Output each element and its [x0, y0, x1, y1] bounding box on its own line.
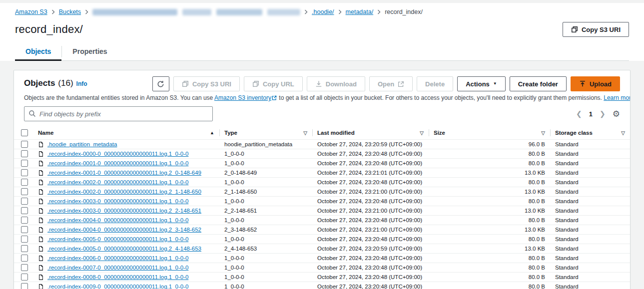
row-checkbox[interactable] — [21, 141, 28, 148]
file-icon — [38, 246, 44, 252]
table-row: .record-index-0004-0_00000000000000011.l… — [14, 216, 630, 225]
object-size: 13.0 KB — [429, 168, 550, 178]
row-checkbox[interactable] — [21, 217, 28, 224]
object-size: 80.0 B — [429, 149, 550, 159]
search-icon — [28, 110, 36, 117]
object-name-link[interactable]: .record-index-0000-0_00000000000000011.l… — [47, 151, 188, 157]
objects-description: Objects are the fundamental entities sto… — [14, 91, 630, 101]
object-name-link[interactable]: .record-index-0002-0_00000000000000011.l… — [47, 189, 201, 195]
object-name-link[interactable]: .hoodie_partition_metadata — [47, 141, 117, 147]
copy-s3-uri-button[interactable]: Copy S3 URI — [173, 76, 240, 91]
object-name-link[interactable]: .record-index-0004-0_00000000000000011.l… — [47, 227, 201, 233]
page-header: Amazon S3 Buckets .hoodie/ metadata/ rec… — [0, 3, 644, 61]
open-button[interactable]: Open — [369, 76, 413, 91]
object-name-link[interactable]: .record-index-0003-0_00000000000000011.l… — [47, 198, 188, 204]
breadcrumb-hoodie[interactable]: .hoodie/ — [312, 8, 334, 15]
object-type: 1_0-0-0 — [219, 178, 312, 187]
row-checkbox[interactable] — [21, 236, 28, 243]
row-checkbox[interactable] — [21, 283, 28, 289]
object-size: 80.0 B — [429, 216, 550, 225]
row-checkbox[interactable] — [21, 264, 28, 271]
column-header-size[interactable]: Size ▽ — [434, 130, 545, 136]
breadcrumb-buckets[interactable]: Buckets — [59, 8, 81, 15]
row-checkbox[interactable] — [21, 274, 28, 281]
object-name-link[interactable]: .record-index-0005-0_00000000000000011.l… — [47, 236, 188, 242]
object-name-link[interactable]: .record-index-0001-0_00000000000000011.l… — [47, 160, 188, 166]
object-name-link[interactable]: .record-index-0001-0_00000000000000011.l… — [47, 170, 201, 176]
row-checkbox[interactable] — [21, 160, 28, 167]
select-all-checkbox[interactable] — [21, 129, 28, 136]
column-header-storage-class[interactable]: Storage class ▽ — [555, 130, 625, 136]
inventory-link[interactable]: Amazon S3 inventory — [214, 94, 271, 101]
copy-icon — [571, 26, 578, 33]
row-checkbox[interactable] — [21, 245, 28, 252]
object-last-modified: October 27, 2024, 23:20:48 (UTC+09:00) — [312, 197, 429, 206]
file-icon — [38, 141, 44, 148]
filter-icon[interactable]: ▽ — [541, 130, 545, 136]
file-icon — [38, 170, 44, 176]
object-name-link[interactable]: .record-index-0003-0_00000000000000011.l… — [47, 208, 201, 214]
row-checkbox[interactable] — [21, 226, 28, 233]
learn-more-link[interactable]: Learn more — [604, 94, 630, 101]
object-name-link[interactable]: .record-index-0004-0_00000000000000011.l… — [47, 217, 188, 223]
column-header-last-modified[interactable]: Last modified ▽ — [317, 130, 424, 136]
filter-icon[interactable]: ▽ — [420, 130, 424, 136]
objects-panel-title: Objects (16) Info — [24, 76, 87, 88]
object-name-link[interactable]: .record-index-0006-0_00000000000000011.l… — [47, 255, 188, 261]
file-icon — [38, 255, 44, 262]
row-checkbox[interactable] — [21, 198, 28, 205]
filter-icon[interactable]: ▽ — [621, 130, 625, 136]
tab-properties[interactable]: Properties — [62, 43, 117, 60]
copy-url-button[interactable]: Copy URL — [244, 76, 303, 91]
upload-button[interactable]: Upload — [571, 76, 620, 91]
actions-menu-button[interactable]: Actions ▼ — [457, 76, 506, 91]
breadcrumb-metadata[interactable]: metadata/ — [346, 8, 374, 15]
object-last-modified: October 27, 2024, 23:20:48 (UTC+09:00) — [312, 273, 429, 282]
row-checkbox[interactable] — [21, 179, 28, 186]
file-icon — [38, 198, 44, 205]
file-icon — [38, 179, 44, 186]
file-icon — [38, 227, 44, 233]
row-checkbox[interactable] — [21, 207, 28, 214]
column-header-name[interactable]: Name ▲ — [38, 130, 214, 136]
next-page-button[interactable]: ❯ — [600, 110, 606, 118]
column-header-type[interactable]: Type ▽ — [224, 130, 307, 136]
filter-icon[interactable]: ▽ — [303, 130, 307, 136]
object-size: 80.0 B — [429, 263, 550, 273]
object-storage-class: Standard — [550, 168, 630, 178]
object-name-link[interactable]: .record-index-0007-0_00000000000000011.l… — [47, 265, 188, 271]
object-last-modified: October 27, 2024, 23:20:59 (UTC+09:00) — [312, 244, 429, 254]
breadcrumb: Amazon S3 Buckets .hoodie/ metadata/ rec… — [15, 7, 629, 17]
copy-icon — [182, 80, 189, 87]
row-checkbox[interactable] — [21, 169, 28, 176]
object-last-modified: October 27, 2024, 23:21:00 (UTC+09:00) — [312, 206, 429, 216]
object-size: 80.0 B — [429, 159, 550, 168]
current-page-button[interactable]: 1 — [589, 110, 593, 118]
row-checkbox[interactable] — [21, 150, 28, 157]
gear-icon[interactable]: ⚙ — [613, 110, 620, 118]
object-last-modified: October 27, 2024, 23:20:48 (UTC+09:00) — [312, 263, 429, 273]
object-type: 2_4-148-653 — [219, 244, 312, 254]
row-checkbox[interactable] — [21, 255, 28, 262]
object-last-modified: October 27, 2024, 23:20:48 (UTC+09:00) — [312, 254, 429, 263]
row-checkbox[interactable] — [21, 188, 28, 195]
create-folder-button[interactable]: Create folder — [510, 76, 567, 91]
object-last-modified: October 27, 2024, 23:21:01 (UTC+09:00) — [312, 168, 429, 178]
file-icon — [38, 265, 44, 271]
download-button[interactable]: Download — [307, 76, 365, 91]
object-size: 96.0 B — [429, 140, 550, 149]
search-input[interactable] — [24, 106, 213, 121]
object-name-link[interactable]: .record-index-0009-0_00000000000000011.l… — [47, 284, 188, 289]
info-link[interactable]: Info — [76, 80, 87, 87]
delete-button[interactable]: Delete — [417, 76, 453, 91]
copy-s3-uri-button-top[interactable]: Copy S3 URI — [563, 22, 629, 37]
object-name-link[interactable]: .record-index-0008-0_00000000000000011.l… — [47, 274, 188, 280]
refresh-button[interactable] — [152, 76, 169, 91]
object-name-link[interactable]: .record-index-0005-0_00000000000000011.l… — [47, 246, 201, 252]
previous-page-button[interactable]: ❮ — [576, 110, 582, 118]
object-size: 80.0 B — [429, 282, 550, 289]
object-type: 1_0-0-0 — [219, 273, 312, 282]
breadcrumb-amazon-s3[interactable]: Amazon S3 — [15, 8, 47, 15]
tab-objects[interactable]: Objects — [15, 43, 61, 60]
object-name-link[interactable]: .record-index-0002-0_00000000000000011.l… — [47, 179, 188, 185]
